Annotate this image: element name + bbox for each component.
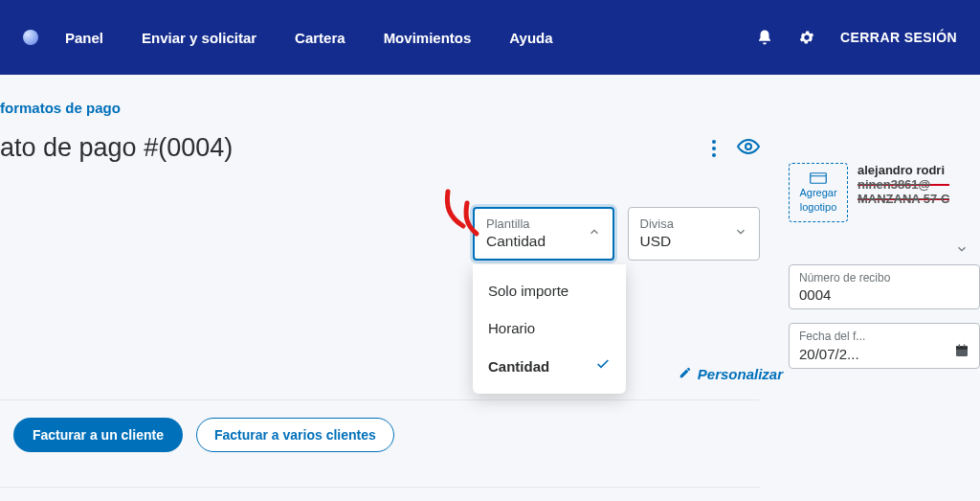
- receipt-number-value: 0004: [799, 286, 969, 303]
- template-option-hourly[interactable]: Horario: [473, 309, 626, 347]
- nav-links: Panel Enviar y solicitar Cartera Movimie…: [65, 30, 553, 46]
- title-actions: [712, 135, 760, 162]
- recipient-input-row[interactable]: de correo electrónico o nombre: [0, 488, 760, 501]
- brand-logo-icon[interactable]: [23, 30, 38, 45]
- svg-rect-4: [956, 346, 968, 349]
- nav-activity[interactable]: Movimientos: [384, 30, 472, 46]
- personalize-link[interactable]: Personalizar: [679, 366, 783, 382]
- seller-header: Agregar logotipo alejandro rodri ninen38…: [789, 163, 980, 222]
- template-option-amount-only[interactable]: Solo importe: [473, 272, 626, 309]
- svg-point-0: [746, 144, 751, 149]
- template-option-quantity[interactable]: Cantidad: [473, 347, 626, 385]
- nav-right: CERRAR SESIÓN: [756, 29, 957, 46]
- receipt-number-label: Número de recibo: [799, 271, 969, 285]
- invoice-buttons: Facturar a un cliente Facturar a varios …: [0, 400, 760, 469]
- invoice-one-button[interactable]: Facturar a un cliente: [13, 418, 183, 452]
- pencil-icon: [679, 366, 692, 382]
- page: formatos de pago ato de pago #(0004) Pla…: [0, 75, 980, 501]
- top-nav: Panel Enviar y solicitar Cartera Movimie…: [0, 0, 980, 75]
- add-logo-line1: Agregar: [799, 187, 836, 198]
- add-logo-button[interactable]: Agregar logotipo: [789, 163, 848, 222]
- receipt-number-field[interactable]: Número de recibo 0004: [789, 264, 980, 309]
- svg-rect-1: [811, 173, 827, 184]
- side-column: Agregar logotipo alejandro rodri ninen38…: [789, 163, 980, 501]
- nav-send[interactable]: Enviar y solicitar: [142, 30, 256, 46]
- template-select[interactable]: Plantilla Cantidad: [473, 207, 614, 261]
- template-value: Cantidad: [486, 233, 576, 250]
- nav-panel[interactable]: Panel: [65, 30, 103, 46]
- check-icon: [595, 356, 611, 376]
- currency-select[interactable]: Divisa USD: [628, 207, 760, 261]
- selector-row: Plantilla Cantidad Divisa USD: [473, 207, 760, 261]
- bell-icon[interactable]: [756, 29, 773, 46]
- eye-icon[interactable]: [737, 135, 760, 162]
- chevron-down-icon: [734, 225, 747, 242]
- seller-address-redacted: MANZANA 57 C: [858, 192, 949, 206]
- personalize-label: Personalizar: [698, 366, 783, 382]
- invoice-many-button[interactable]: Facturar a varios clientes: [196, 418, 394, 452]
- gear-icon[interactable]: [798, 29, 815, 46]
- seller-name: alejandro rodri: [858, 163, 949, 177]
- logo-placeholder-icon: [810, 172, 827, 184]
- add-logo-line2: logotipo: [800, 201, 837, 213]
- currency-label: Divisa: [640, 217, 723, 232]
- kebab-icon[interactable]: [712, 140, 716, 157]
- breadcrumb[interactable]: formatos de pago: [0, 100, 760, 116]
- currency-value: USD: [640, 233, 723, 250]
- svg-rect-6: [964, 344, 965, 347]
- template-option-quantity-label: Cantidad: [488, 357, 549, 376]
- seller-info: alejandro rodri ninen3861@ MANZANA 57 C: [858, 163, 949, 206]
- seller-email-redacted: ninen3861@: [858, 177, 949, 192]
- selector-container: Plantilla Cantidad Divisa USD Solo impor…: [0, 207, 760, 382]
- main-column: formatos de pago ato de pago #(0004) Pla…: [0, 100, 760, 501]
- nav-wallet[interactable]: Cartera: [295, 30, 345, 46]
- chevron-up-icon: [588, 225, 601, 242]
- logout-link[interactable]: CERRAR SESIÓN: [840, 30, 957, 45]
- template-label: Plantilla: [486, 217, 576, 232]
- template-dropdown: Solo importe Horario Cantidad: [473, 264, 626, 394]
- calendar-icon[interactable]: [954, 343, 969, 362]
- invoice-date-field[interactable]: Fecha del f... 20/07/2...: [789, 323, 980, 369]
- title-row: ato de pago #(0004): [0, 133, 760, 163]
- page-title: ato de pago #(0004): [0, 133, 233, 163]
- svg-rect-5: [959, 344, 960, 347]
- invoice-date-label: Fecha del f...: [799, 330, 969, 343]
- invoice-date-value: 20/07/2...: [799, 346, 859, 362]
- nav-help[interactable]: Ayuda: [509, 30, 552, 46]
